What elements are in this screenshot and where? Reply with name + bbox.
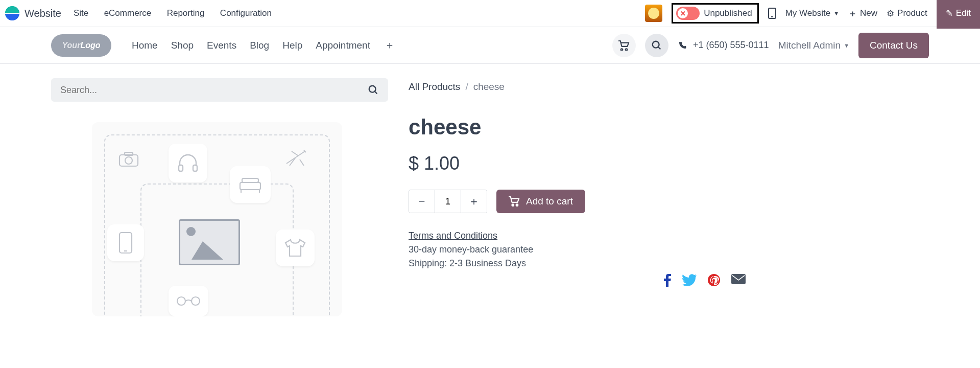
phone-contact[interactable]: +1 (650) 555-0111 xyxy=(678,40,769,51)
svg-rect-9 xyxy=(179,165,183,171)
svg-rect-11 xyxy=(240,182,260,190)
svg-point-4 xyxy=(369,86,376,93)
add-to-cart-label: Add to cart xyxy=(526,196,573,207)
site-logo[interactable]: YourLogo xyxy=(51,34,111,57)
website-selector-label: My Website xyxy=(785,8,831,18)
sitebar-right: +1 (650) 555-0111 Mitchell Admin ▼ Conta… xyxy=(612,33,929,58)
sysbar-left: Website Site eCommerce Reporting Configu… xyxy=(5,6,285,20)
price-value: 1.00 xyxy=(424,153,460,174)
svg-point-19 xyxy=(512,204,514,206)
facebook-icon[interactable] xyxy=(664,274,671,287)
qty-decrease-button[interactable]: − xyxy=(409,190,435,213)
image-placeholder-icon xyxy=(179,219,240,265)
phone-icon xyxy=(678,41,687,50)
odoo-logo-icon xyxy=(5,6,19,20)
twitter-icon[interactable] xyxy=(682,274,697,287)
terms-link[interactable]: Terms and Conditions xyxy=(409,231,497,241)
website-selector[interactable]: My Website ▼ xyxy=(785,8,839,18)
right-column: All Products / cheese cheese $ 1.00 − ＋ … xyxy=(409,78,929,316)
user-avatar[interactable] xyxy=(645,5,662,22)
breadcrumb-root[interactable]: All Products xyxy=(409,81,460,93)
svg-point-17 xyxy=(177,297,185,305)
pinterest-icon[interactable] xyxy=(708,274,720,287)
guarantee-text: 30-day money-back guarantee xyxy=(409,244,929,255)
user-name: Mitchell Admin xyxy=(778,40,841,51)
search-icon[interactable] xyxy=(368,84,379,96)
contact-us-button[interactable]: Contact Us xyxy=(858,33,929,58)
nav-reporting[interactable]: Reporting xyxy=(167,8,205,18)
nav-site[interactable]: Site xyxy=(74,8,88,18)
product-label: Product xyxy=(897,8,927,18)
page-content: All Products / cheese cheese $ 1.00 − ＋ … xyxy=(0,64,980,331)
user-menu[interactable]: Mitchell Admin ▼ xyxy=(778,40,849,51)
product-price: $ 1.00 xyxy=(409,153,929,174)
edit-label: Edit xyxy=(956,8,971,18)
edit-button[interactable]: ✎ Edit xyxy=(937,0,980,29)
svg-point-20 xyxy=(516,204,518,206)
share-buttons xyxy=(409,274,746,287)
svg-line-3 xyxy=(658,47,661,49)
phone-number: +1 (650) 555-0111 xyxy=(693,40,769,51)
nav-help[interactable]: Help xyxy=(282,40,302,51)
product-title: cheese xyxy=(409,115,929,140)
svg-point-2 xyxy=(653,41,659,48)
cart-controls: − ＋ Add to cart xyxy=(409,190,929,213)
product-image-placeholder xyxy=(92,122,342,316)
product-search[interactable] xyxy=(51,78,388,102)
tshirt-icon xyxy=(276,229,315,266)
publish-toggle[interactable]: ✕ xyxy=(676,7,700,20)
sysbar-right: ✕ Unpublished My Website ▼ ＋ New ⚙ Produ… xyxy=(645,3,975,24)
plus-icon: ＋ xyxy=(848,8,857,19)
nav-home[interactable]: Home xyxy=(132,40,158,51)
cart-button[interactable] xyxy=(612,34,636,57)
quantity-stepper: − ＋ xyxy=(409,190,487,213)
nav-blog[interactable]: Blog xyxy=(250,40,269,51)
chevron-down-icon: ▼ xyxy=(844,42,849,49)
currency-symbol: $ xyxy=(409,153,419,174)
system-toolbar: Website Site eCommerce Reporting Configu… xyxy=(0,0,980,27)
new-page-button[interactable]: ＋ New xyxy=(848,8,877,19)
product-settings-button[interactable]: ⚙ Product xyxy=(887,8,927,19)
svg-rect-10 xyxy=(193,165,197,171)
nav-appointment[interactable]: Appointment xyxy=(316,40,370,51)
contact-label: Contact Us xyxy=(870,40,918,51)
pencil-icon: ✎ xyxy=(946,8,953,19)
add-menu-icon[interactable]: ＋ xyxy=(385,38,395,52)
breadcrumb-current: cheese xyxy=(473,81,505,93)
nav-shop[interactable]: Shop xyxy=(171,40,194,51)
app-name: Website xyxy=(25,8,61,19)
site-navbar: YourLogo Home Shop Events Blog Help Appo… xyxy=(0,27,980,64)
chevron-down-icon: ▼ xyxy=(833,10,839,16)
add-to-cart-button[interactable]: Add to cart xyxy=(496,190,585,213)
bed-icon xyxy=(230,166,271,203)
qty-input[interactable] xyxy=(435,190,461,213)
svg-point-7 xyxy=(125,157,132,164)
svg-line-5 xyxy=(375,91,377,94)
breadcrumb: All Products / cheese xyxy=(409,81,929,93)
search-button[interactable] xyxy=(645,34,668,57)
terms-section: Terms and Conditions xyxy=(409,231,929,241)
mail-icon[interactable] xyxy=(731,274,746,287)
breadcrumb-separator: / xyxy=(465,81,468,93)
smartphone-icon xyxy=(107,224,144,261)
svg-rect-12 xyxy=(242,178,258,182)
qty-increase-button[interactable]: ＋ xyxy=(461,190,487,213)
close-icon: ✕ xyxy=(678,8,688,18)
search-input[interactable] xyxy=(60,85,368,96)
shipping-text: Shipping: 2-3 Business Days xyxy=(409,258,929,269)
mobile-preview-icon[interactable] xyxy=(768,8,776,19)
nav-configuration[interactable]: Configuration xyxy=(220,8,272,18)
svg-rect-15 xyxy=(119,233,132,253)
app-brand[interactable]: Website xyxy=(5,6,61,20)
nav-events[interactable]: Events xyxy=(207,40,236,51)
svg-point-18 xyxy=(192,297,200,305)
new-label: New xyxy=(860,8,877,18)
site-nav: Home Shop Events Blog Help Appointment xyxy=(132,40,370,51)
glasses-icon xyxy=(169,286,208,316)
plane-icon xyxy=(281,146,312,171)
svg-rect-8 xyxy=(125,152,133,155)
nav-ecommerce[interactable]: eCommerce xyxy=(104,8,152,18)
publish-toggle-group[interactable]: ✕ Unpublished xyxy=(672,3,759,24)
camera-icon xyxy=(115,148,142,170)
svg-rect-22 xyxy=(731,274,746,284)
